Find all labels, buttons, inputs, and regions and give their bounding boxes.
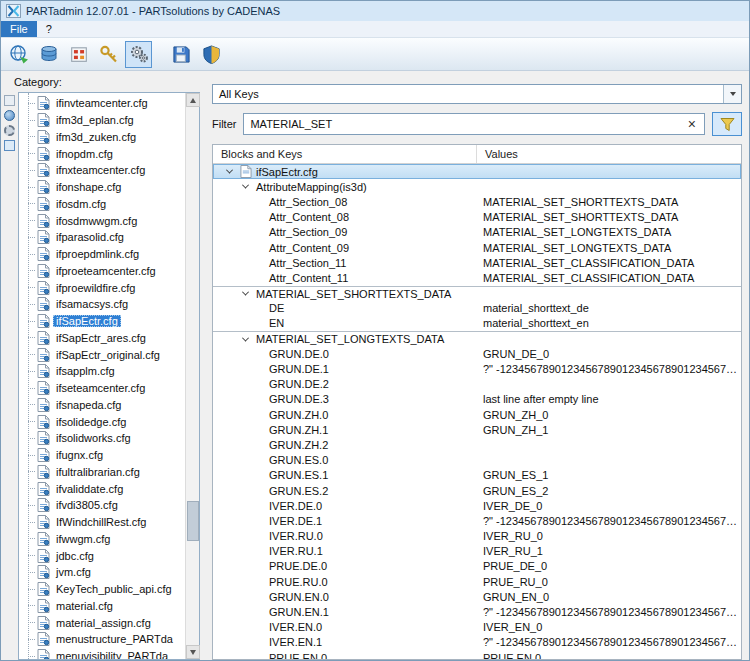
table-row[interactable]: GRUN.ES.2 GRUN_ES_2 bbox=[213, 483, 741, 498]
menu-help[interactable]: ? bbox=[37, 21, 61, 37]
table-row[interactable]: IVER.EN.1 ?" -12345678901234567890123456… bbox=[213, 635, 741, 650]
category-item[interactable]: ifultralibrarian.cfg bbox=[19, 464, 185, 481]
table-row[interactable]: PRUE.EN.0 PRUE.EN.0 bbox=[213, 650, 741, 659]
category-item[interactable]: ifnxteamcenter.cfg bbox=[19, 162, 185, 179]
table-row[interactable]: GRUN.EN.0 GRUN_EN_0 bbox=[213, 589, 741, 604]
category-item[interactable]: ifproewildfire.cfg bbox=[19, 279, 185, 296]
clear-filter-icon[interactable]: × bbox=[686, 117, 698, 131]
save-icon[interactable] bbox=[168, 41, 195, 68]
expander-icon[interactable] bbox=[242, 182, 249, 189]
category-item[interactable]: ifugnx.cfg bbox=[19, 447, 185, 464]
table-row[interactable]: Attr_Content_08 MATERIAL_SET_SHORTTEXTS_… bbox=[213, 210, 741, 225]
table-row[interactable]: GRUN.ES.0 bbox=[213, 453, 741, 468]
category-item[interactable]: ifproeteamcenter.cfg bbox=[19, 263, 185, 280]
scrollbar-thumb[interactable] bbox=[187, 501, 199, 541]
category-item[interactable]: material.cfg bbox=[19, 598, 185, 615]
category-item[interactable]: ifosdm.cfg bbox=[19, 196, 185, 213]
table-row[interactable]: PRUE.RU.0 PRUE_RU_0 bbox=[213, 574, 741, 589]
value-cell: GRUN_ES_1 bbox=[477, 469, 741, 481]
key-icon[interactable] bbox=[95, 41, 122, 68]
category-item[interactable]: KeyTech_public_api.cfg bbox=[19, 581, 185, 598]
category-item[interactable]: ifnopdm.cfg bbox=[19, 145, 185, 162]
table-row[interactable]: IVER.EN.0 IVER_EN_0 bbox=[213, 620, 741, 635]
gears-settings-icon[interactable] bbox=[125, 41, 152, 68]
table-row[interactable]: Attr_Section_09 MATERIAL_SET_LONGTEXTS_D… bbox=[213, 225, 741, 240]
menu-file[interactable]: File bbox=[1, 21, 37, 37]
category-item[interactable]: jdbc.cfg bbox=[19, 547, 185, 564]
category-item[interactable]: ifwwgm.cfg bbox=[19, 531, 185, 548]
table-row[interactable]: MATERIAL_SET_LONGTEXTS_DATA bbox=[213, 331, 741, 346]
category-item[interactable]: IfWindchillRest.cfg bbox=[19, 514, 185, 531]
category-item-label: ifugnx.cfg bbox=[53, 449, 106, 461]
table-row[interactable]: GRUN.DE.2 bbox=[213, 377, 741, 392]
category-item[interactable]: ifvdi3805.cfg bbox=[19, 497, 185, 514]
table-row[interactable]: Attr_Content_11 MATERIAL_SET_CLASSIFICAT… bbox=[213, 270, 741, 285]
category-item[interactable]: ifseteamcenter.cfg bbox=[19, 380, 185, 397]
table-row[interactable]: Attr_Section_11 MATERIAL_SET_CLASSIFICAT… bbox=[213, 255, 741, 270]
side-strip-gear-icon[interactable] bbox=[4, 125, 15, 136]
category-item[interactable]: ifSapEctr.cfg bbox=[19, 313, 185, 330]
shield-icon[interactable] bbox=[198, 41, 225, 68]
database-icon[interactable] bbox=[35, 41, 62, 68]
category-item[interactable]: menuvisibility_PARTda bbox=[19, 648, 185, 659]
category-item[interactable]: ifsapplm.cfg bbox=[19, 363, 185, 380]
category-item[interactable]: menustructure_PARTda bbox=[19, 631, 185, 648]
category-item[interactable]: ifsolidedge.cfg bbox=[19, 413, 185, 430]
category-item[interactable]: ifSapEctr_original.cfg bbox=[19, 346, 185, 363]
category-item[interactable]: ifparasolid.cfg bbox=[19, 229, 185, 246]
category-item[interactable]: ifm3d_eplan.cfg bbox=[19, 112, 185, 129]
globe-update-icon[interactable] bbox=[5, 41, 32, 68]
table-row[interactable]: IVER.RU.1 IVER_RU_1 bbox=[213, 544, 741, 559]
category-item[interactable]: ifonshape.cfg bbox=[19, 179, 185, 196]
column-header-values[interactable]: Values bbox=[477, 145, 741, 163]
cfg-file-icon bbox=[37, 197, 50, 211]
category-scrollbar[interactable] bbox=[185, 93, 199, 659]
keys-combobox[interactable]: All Keys bbox=[212, 84, 742, 104]
index-table-icon[interactable] bbox=[65, 41, 92, 68]
table-row[interactable]: GRUN.DE.1 ?" -12345678901234567890123456… bbox=[213, 361, 741, 376]
table-row[interactable]: GRUN.DE.0 GRUN_DE_0 bbox=[213, 346, 741, 361]
table-row[interactable]: GRUN.DE.3 last line after empty line bbox=[213, 392, 741, 407]
table-row[interactable]: AttributeMapping(is3d) bbox=[213, 179, 741, 194]
table-row[interactable]: ifSapEctr.cfg bbox=[213, 164, 741, 179]
expander-icon[interactable] bbox=[242, 334, 249, 341]
key-label: IVER.EN.0 bbox=[269, 621, 322, 633]
table-row[interactable]: IVER.DE.1 ?" -12345678901234567890123456… bbox=[213, 513, 741, 528]
side-strip-config-icon[interactable] bbox=[4, 140, 15, 151]
category-item[interactable]: ifosdmwwgm.cfg bbox=[19, 212, 185, 229]
scroll-down-button[interactable] bbox=[186, 645, 200, 659]
column-header-keys[interactable]: Blocks and Keys bbox=[213, 145, 477, 163]
table-row[interactable]: Attr_Section_08 MATERIAL_SET_SHORTTEXTS_… bbox=[213, 194, 741, 209]
side-strip-sphere-icon[interactable] bbox=[4, 110, 15, 121]
table-row[interactable]: DE material_shorttext_de bbox=[213, 301, 741, 316]
filter-input[interactable]: MATERIAL_SET × bbox=[243, 113, 705, 135]
table-row[interactable]: GRUN.ZH.1 GRUN_ZH_1 bbox=[213, 422, 741, 437]
table-row[interactable]: GRUN.EN.1 ?" -12345678901234567890123456… bbox=[213, 604, 741, 619]
category-item[interactable]: ifvaliddate.cfg bbox=[19, 480, 185, 497]
key-label: DE bbox=[269, 302, 284, 314]
table-row[interactable]: Attr_Content_09 MATERIAL_SET_LONGTEXTS_D… bbox=[213, 240, 741, 255]
category-item[interactable]: ifinvteamcenter.cfg bbox=[19, 95, 185, 112]
category-item[interactable]: ifproepdmlink.cfg bbox=[19, 246, 185, 263]
table-row[interactable]: GRUN.ZH.2 bbox=[213, 437, 741, 452]
table-row[interactable]: GRUN.ZH.0 GRUN_ZH_0 bbox=[213, 407, 741, 422]
table-row[interactable]: MATERIAL_SET_SHORTTEXTS_DATA bbox=[213, 286, 741, 301]
scroll-up-button[interactable] bbox=[186, 93, 200, 107]
category-item[interactable]: jvm.cfg bbox=[19, 564, 185, 581]
expander-icon[interactable] bbox=[242, 289, 249, 296]
category-item[interactable]: ifSapEctr_ares.cfg bbox=[19, 330, 185, 347]
table-row[interactable]: PRUE.DE.0 PRUE_DE_0 bbox=[213, 559, 741, 574]
category-item[interactable]: material_assign.cfg bbox=[19, 614, 185, 631]
combobox-dropdown-button[interactable] bbox=[723, 85, 741, 103]
apply-filter-button[interactable] bbox=[712, 112, 742, 136]
table-row[interactable]: GRUN.ES.1 GRUN_ES_1 bbox=[213, 468, 741, 483]
category-item[interactable]: ifsnapeda.cfg bbox=[19, 397, 185, 414]
table-row[interactable]: EN material_shorttext_en bbox=[213, 316, 741, 331]
expander-icon[interactable] bbox=[226, 167, 233, 174]
table-row[interactable]: IVER.RU.0 IVER_RU_0 bbox=[213, 529, 741, 544]
category-item[interactable]: ifsolidworks.cfg bbox=[19, 430, 185, 447]
side-strip-page-icon[interactable] bbox=[4, 95, 15, 106]
category-item[interactable]: ifsamacsys.cfg bbox=[19, 296, 185, 313]
category-item[interactable]: ifm3d_zuken.cfg bbox=[19, 129, 185, 146]
table-row[interactable]: IVER.DE.0 IVER_DE_0 bbox=[213, 498, 741, 513]
